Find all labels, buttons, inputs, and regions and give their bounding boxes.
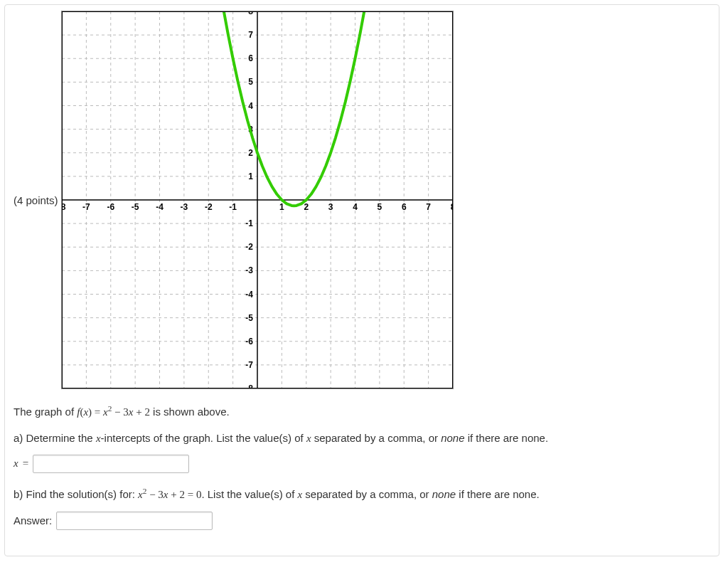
points-label: (4 points) [14, 194, 58, 206]
svg-text:-6: -6 [107, 202, 114, 212]
svg-text:4: 4 [248, 101, 253, 111]
question-container: (4 points) -8-7-6-5-4-3-2-112345678-8-7-… [4, 4, 719, 556]
graph-frame: -8-7-6-5-4-3-2-112345678-8-7-6-5-4-3-2-1… [61, 11, 454, 389]
svg-text:2: 2 [248, 148, 253, 158]
svg-text:-2: -2 [245, 242, 253, 252]
svg-text:5: 5 [248, 77, 253, 87]
svg-text:-5: -5 [245, 313, 253, 323]
svg-text:3: 3 [328, 202, 333, 212]
answer-b-input[interactable] [56, 512, 213, 530]
svg-text:6: 6 [401, 202, 406, 212]
svg-text:-5: -5 [131, 202, 139, 212]
svg-text:-1: -1 [245, 218, 253, 228]
question-b: b) Find the solution(s) for: x2 − 3x + 2… [14, 485, 710, 504]
svg-text:7: 7 [248, 30, 253, 40]
chart-plot: -8-7-6-5-4-3-2-112345678-8-7-6-5-4-3-2-1… [62, 11, 453, 388]
svg-text:5: 5 [377, 202, 382, 212]
svg-text:2: 2 [304, 202, 309, 212]
svg-text:1: 1 [248, 171, 253, 181]
svg-text:-1: -1 [229, 202, 237, 212]
svg-text:7: 7 [426, 202, 431, 212]
svg-text:8: 8 [248, 11, 253, 16]
intro-text: The graph of f(x) = x2 − 3x + 2 is shown… [14, 402, 710, 422]
svg-text:-3: -3 [245, 265, 253, 275]
svg-text:-4: -4 [245, 290, 253, 300]
x-equals-label: x [14, 455, 18, 473]
svg-text:-3: -3 [180, 202, 188, 212]
question-a: a) Determine the x-intercepts of the gra… [14, 429, 710, 448]
svg-text:-7: -7 [245, 360, 253, 370]
answer-a-input[interactable] [33, 455, 189, 473]
svg-text:-2: -2 [204, 202, 212, 212]
svg-text:-8: -8 [245, 383, 253, 388]
svg-text:-4: -4 [156, 202, 164, 212]
svg-text:1: 1 [279, 202, 284, 212]
svg-text:-6: -6 [245, 337, 253, 346]
svg-text:4: 4 [353, 202, 358, 212]
answer-b-label: Answer: [14, 512, 52, 530]
svg-text:6: 6 [248, 53, 253, 63]
svg-text:-7: -7 [82, 202, 90, 212]
